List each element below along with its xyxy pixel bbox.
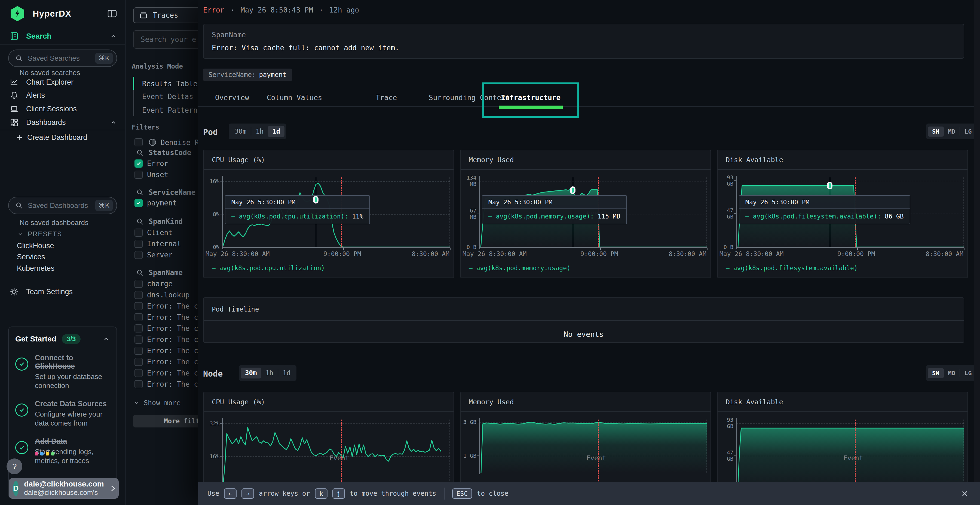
source-select[interactable]: Traces (133, 7, 198, 23)
filter-group-statuscode[interactable]: StatusCode (136, 149, 191, 157)
filter-option-label[interactable]: Error: The cr (147, 335, 198, 344)
get-started-step[interactable]: Create Data SourcesConfigure where your … (15, 400, 110, 427)
filter-checkbox-error-the-cr[interactable] (134, 358, 143, 366)
tab-surrounding-context[interactable]: Surrounding Context (429, 90, 510, 106)
filter-option-label[interactable]: Error: The cr (147, 380, 198, 388)
chart-plot-area[interactable]: 16%8%0%EventMay 26 5:30:00 PM— avg(k8s.p… (223, 178, 450, 247)
span-name-card: SpanName Error: Visa cache full: cannot … (203, 24, 964, 59)
filter-checkbox-error-the-cr[interactable] (134, 313, 143, 321)
presets-toggle[interactable]: PRESETS (17, 230, 62, 238)
filter-option-label[interactable]: Error: The cr (147, 324, 198, 332)
sidebar-item-chart-explorer[interactable]: Chart Explorer (10, 75, 117, 89)
filter-checkbox-error-the-cr[interactable] (134, 380, 143, 388)
size-sm[interactable]: SM (928, 127, 944, 137)
chart-plot-area[interactable]: 93 GB47 GBEvent (737, 419, 964, 489)
chart-plot-area[interactable]: 134 MB67 MB0 BEventMay 26 5:30:00 PM— av… (480, 178, 707, 247)
filter-option-label[interactable]: Client (147, 229, 173, 237)
filter-option-label[interactable]: Error: The cr (147, 347, 198, 355)
sidebar-item-client-sessions[interactable]: Client Sessions (10, 102, 117, 116)
filter-option-label[interactable]: Error: The cr (147, 313, 198, 321)
saved-dashboards-input[interactable]: Saved Dashboards ⌘K (8, 197, 117, 214)
node-range-control: 30m 1h 1d (239, 365, 296, 381)
footer-text: Use (207, 490, 219, 497)
size-md[interactable]: MD (944, 127, 960, 137)
sidebar-item-team-settings[interactable]: Team Settings (10, 284, 117, 299)
sidebar-collapse-icon[interactable] (107, 9, 117, 18)
preset-services[interactable]: Services (17, 253, 45, 261)
size-lg[interactable]: LG (960, 368, 976, 378)
filter-group-spanname[interactable]: SpanName (136, 268, 183, 277)
filter-checkbox-error-the-cr[interactable] (134, 324, 143, 332)
filter-checkbox-error-the-cr[interactable] (134, 335, 143, 344)
create-dashboard-button[interactable]: Create Dashboard (16, 130, 117, 145)
filter-checkbox-internal[interactable] (134, 240, 143, 248)
filter-checkbox-error-the-cr[interactable] (134, 347, 143, 355)
scrollbar-track[interactable] (974, 0, 980, 482)
preset-clickhouse[interactable]: ClickHouse (17, 241, 54, 250)
sidebar-item-dashboards[interactable]: Dashboards (10, 115, 117, 130)
chevron-up-icon[interactable] (110, 32, 117, 40)
filter-checkbox-server[interactable] (134, 251, 143, 259)
denoise-icon (148, 138, 157, 147)
filter-checkbox-error[interactable] (134, 159, 143, 168)
chevron-up-icon[interactable] (102, 335, 110, 343)
denoise-checkbox[interactable] (134, 138, 143, 146)
filter-option-label[interactable]: Internal (147, 240, 181, 248)
tab-infrastructure[interactable]: Infrastructure (501, 90, 560, 106)
preset-kubernetes[interactable]: Kubernetes (17, 264, 54, 273)
tab-trace[interactable]: Trace (375, 90, 397, 106)
filter-checkbox-dns-lookup[interactable] (134, 291, 143, 299)
size-lg[interactable]: LG (960, 127, 976, 137)
filter-option-label[interactable]: Error: The cr (147, 302, 198, 310)
filter-group-servicename[interactable]: ServiceName (136, 188, 196, 197)
filter-option-label[interactable]: charge (147, 280, 173, 288)
filter-checkbox-unset[interactable] (134, 171, 143, 179)
chart-plot-area[interactable]: 3 GB1 GBEvent (480, 419, 707, 473)
tab-overview[interactable]: Overview (215, 90, 249, 106)
filter-checkbox-error-the-cr[interactable] (134, 369, 143, 377)
help-button[interactable]: ? (6, 459, 22, 474)
filter-option-label[interactable]: dns.lookup (147, 291, 190, 299)
range-1d[interactable]: 1d (268, 126, 285, 137)
chart-plot-area[interactable]: 93 GB47 GB0 BEventMay 26 5:30:00 PM— avg… (737, 178, 964, 247)
filter-group-spankind[interactable]: SpanKind (136, 218, 183, 226)
chart-plot-area[interactable]: 32%16%Event (223, 419, 450, 489)
chart-tooltip: May 26 5:30:00 PM— avg(k8s.pod.filesyste… (739, 195, 910, 224)
more-filters-button[interactable]: More filters (133, 415, 198, 427)
event-search-input[interactable]: Search your e (133, 30, 198, 49)
filter-option-label[interactable]: Server (147, 251, 173, 259)
filter-checkbox-charge[interactable] (134, 280, 143, 288)
sidebar-item-alerts[interactable]: Alerts (10, 88, 117, 103)
denoise-label[interactable]: Denoise Re (161, 138, 198, 147)
mode-results-table[interactable]: Results Table (142, 80, 197, 88)
filter-option-label[interactable]: Error: The cr (147, 358, 198, 366)
service-name-tag[interactable]: ServiceName: payment (203, 68, 292, 81)
sidebar-item-search[interactable]: Search (10, 29, 117, 43)
range-1h[interactable]: 1h (261, 368, 278, 378)
filter-option-label[interactable]: Error: The cr (147, 369, 198, 377)
mode-event-deltas[interactable]: Event Deltas (142, 92, 193, 101)
range-30m[interactable]: 30m (241, 368, 261, 378)
filter-checkbox-error-the-cr[interactable] (134, 302, 143, 310)
range-1d[interactable]: 1d (278, 368, 295, 378)
close-icon[interactable] (960, 489, 969, 498)
filter-option-label[interactable]: payment (147, 199, 177, 207)
chevron-down-icon (17, 231, 24, 237)
profile-chip[interactable]: D dale@clickhouse.com dale@clickhouse.co… (9, 478, 119, 499)
filter-checkbox-client[interactable] (134, 229, 143, 237)
mode-event-patterns[interactable]: Event Patterns (142, 106, 198, 114)
filter-option-label[interactable]: Unset (147, 171, 168, 179)
range-30m[interactable]: 30m (230, 126, 251, 137)
tab-column-values[interactable]: Column Values (267, 90, 322, 106)
chevron-up-icon[interactable] (110, 119, 117, 126)
show-more-toggle[interactable]: Show more (134, 399, 180, 407)
filter-checkbox-payment[interactable] (134, 199, 143, 207)
x-tick-label: May 26 8:30:00 AM (719, 250, 783, 257)
get-started-step[interactable]: Connect to ClickHouseSet up your databas… (15, 354, 110, 390)
saved-searches-input[interactable]: Saved Searches ⌘K (8, 49, 117, 67)
get-started-step[interactable]: Add DataStart sending logs, metrics, or … (15, 437, 110, 465)
size-md[interactable]: MD (944, 368, 960, 378)
size-sm[interactable]: SM (928, 368, 944, 378)
range-1h[interactable]: 1h (251, 126, 268, 137)
filter-option-label[interactable]: Error (147, 159, 168, 168)
